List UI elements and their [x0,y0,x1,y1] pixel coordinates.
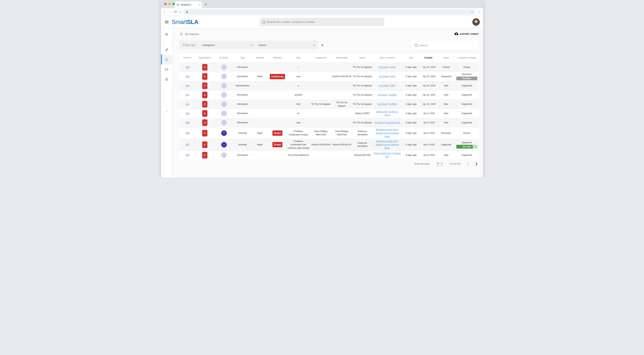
close-window-button[interactable] [164,3,167,5]
ticket-link[interactable]: 207 [186,144,189,146]
column-header[interactable]: In process of being [455,56,479,60]
column-header[interactable]: Created ↑ [421,56,437,60]
values-dropdown[interactable]: Values ▼ [256,41,318,50]
client-link[interactable]: Client 2019 10 22 [374,152,391,154]
column-header[interactable]: Client / Contract [373,56,402,60]
id-ossa-cell: 1 [214,92,234,98]
client-link[interactable]: oubra CHD [376,110,388,113]
contract-link[interactable]: 10041 [390,66,396,68]
new-tab-button[interactable]: + [205,2,207,6]
column-header[interactable]: Severity [252,56,268,60]
hamburger-menu-icon[interactable] [165,20,168,24]
ossa-badge: 1 [221,102,227,107]
add-filter-button[interactable]: + [321,43,324,48]
maximize-window-button[interactable] [172,3,175,5]
table-row[interactable]: 214S1InformationMajorLimeSurveyaaaHarold… [180,72,479,81]
contract-link[interactable]: Support sur les logiciels libres [376,132,399,138]
minimize-window-button[interactable] [168,3,171,5]
ticket-link[interactable]: 211 [186,103,189,105]
table-row[interactable]: 211S1InformationlimitThi Thu Ha NguyenTh… [180,100,479,109]
collapse-menu-icon[interactable] [165,32,169,36]
column-header[interactable]: Type [234,56,252,60]
table-row[interactable]: 207S3AnomalyMajorDrupalProblème d'indexa… [180,139,479,150]
pagination: Rows per page: 10 ▼ 1-10 of 162 ❮ ❯ [180,160,479,168]
ossa-badge: 1 [221,83,227,88]
client-link[interactable]: Ha Client [378,103,387,105]
ticket-link[interactable]: 212 [186,94,189,96]
ticket-link[interactable]: 209 [186,121,189,124]
sidebar-item-requests-list[interactable] [161,54,172,64]
contract-link[interactable]: ha contract full [386,121,400,124]
column-header[interactable]: ID OSSA [214,56,234,60]
back-icon[interactable]: ← [164,10,166,13]
contract-link[interactable]: ha 0904 [389,94,397,96]
column-header[interactable]: Responsible [332,56,352,60]
client-link[interactable]: Ha Client [379,84,388,87]
table-search-input[interactable] [419,44,476,47]
ticket-link[interactable]: 214 [186,75,189,78]
contract-link[interactable]: Support sur les logiciels libres [376,144,399,149]
table-row[interactable]: 213S1AdministrationaThi Thu Ha NguyenHa … [180,81,479,90]
column-header[interactable]: MAJ [402,56,421,60]
ticket-link[interactable]: 210 [186,112,189,114]
client-contract-cell: Client 2019 10 22 / Contrat Dev [373,151,402,159]
rows-per-page-select[interactable]: 10 ▼ [436,162,443,166]
status-cell: New [438,102,455,106]
process-label: Bypassed [456,141,478,144]
sidebar-item-filters[interactable] [161,74,172,84]
sidebar-item-line-spacing[interactable] [161,64,172,74]
client-link[interactable]: Ha Client [379,66,388,68]
export-sheet-button[interactable]: EXPORT SHEET [454,32,479,36]
global-search-input[interactable] [267,20,382,24]
table-row[interactable]: 206S1InformationTest email plateformeRen… [180,151,479,160]
address-bar[interactable]: ☆ [184,9,475,14]
forward-icon[interactable]: → [169,10,172,13]
column-header[interactable]: Software [268,56,287,60]
table-row[interactable]: 208S3AnomalyMajorDrupalProblème d'indexa… [180,128,479,139]
table-row[interactable]: 209S1InformationaaaThi Thu Ha NguyenHa C… [180,118,479,128]
client-link[interactable]: Ha Client [379,75,388,78]
sidebar-item-edit[interactable] [161,44,172,54]
table-row[interactable]: 215S1InformationlThi Thu Ha NguyenHa Cli… [180,63,479,72]
column-header[interactable]: Author [352,56,373,60]
column-header[interactable]: Title [287,56,310,60]
ticket-link[interactable]: 206 [186,154,189,156]
home-icon[interactable]: ⌂ [180,10,181,13]
column-header[interactable]: Status [438,56,455,60]
column-header[interactable]: Ticket N° [180,56,195,60]
breadcrumb: All requests [180,32,199,36]
organization-cell: S [195,100,214,108]
app-logo[interactable]: SmartSLA [172,19,198,26]
status-cell: New [438,92,455,97]
bookmark-star-icon[interactable]: ☆ [471,10,473,14]
column-header[interactable]: Assigned to [310,56,332,60]
browser-menu-icon[interactable]: ⋮ [478,10,480,14]
next-page-button[interactable]: ❯ [475,162,478,166]
user-avatar[interactable] [472,18,480,26]
client-link[interactable]: Ha Client [378,94,387,96]
sidebar-expand-chevron[interactable]: › [161,106,172,116]
previous-page-button[interactable]: ❮ [467,162,469,166]
client-link[interactable]: Ministère du bien être [376,128,397,131]
column-header[interactable]: Organization [195,56,214,60]
title-cell: another [287,92,310,97]
reload-icon[interactable]: ⟳ [174,10,177,13]
responsible-cell: Thi Thu Ha Nguyen [332,100,352,108]
contract-link[interactable]: 1004 [390,75,395,78]
browser-tab[interactable]: Smart SLA SmartSLA × [175,2,202,8]
ticket-link[interactable]: 213 [186,84,189,87]
client-link[interactable]: Ministère du bien être [376,140,397,142]
process-label: Supported [456,112,478,115]
status-cell: New [438,83,455,88]
chevron-right-icon: › [166,109,167,113]
ticket-link[interactable]: 215 [186,66,189,68]
contract-link[interactable]: ha 0904 [389,103,397,105]
table-row[interactable]: 212S1InformationanotherThi Thu Ha Nguyen… [180,90,479,100]
client-link[interactable]: Ha Client [374,121,384,124]
contract-link[interactable]: 1004 [390,84,395,87]
table-body: 215S1InformationlThi Thu Ha NguyenHa Cli… [180,63,479,160]
categories-dropdown[interactable]: Categories ▼ [200,41,255,50]
table-row[interactable]: 210S1InformationssAbbey CURRYoubra CHD /… [180,109,479,118]
tab-close-icon[interactable]: × [199,4,200,6]
ticket-link[interactable]: 208 [186,132,189,134]
